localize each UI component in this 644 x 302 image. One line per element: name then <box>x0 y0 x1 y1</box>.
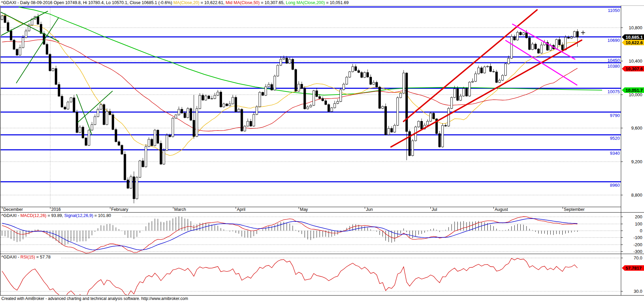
macd-axis-label: 200 <box>635 214 642 219</box>
price-chart-canvas[interactable]: 10,685.110,622.610,307.610,051.757.7817 <box>0 0 644 302</box>
month-label: Jul <box>432 207 437 212</box>
bar-cursor-crosshair <box>581 31 585 35</box>
ma50-legend-value: = 10,307.65, <box>260 0 286 5</box>
ma200-line <box>19 7 602 95</box>
price-axis-label: 10,800 <box>629 25 642 30</box>
price-level-label: 11050 <box>608 8 620 13</box>
amibroker-credit: Created with AmiBroker - advanced charti… <box>1 296 188 301</box>
month-label: September <box>564 207 585 212</box>
month-label: March <box>174 207 186 212</box>
ohlc-summary: ^GDAXI - Daily 08-09-2016 Open 10749.8, … <box>1 0 173 5</box>
price-axis-label: 10,400 <box>629 58 642 64</box>
last-value-tag: 10,307.6 <box>622 66 644 71</box>
price-gridlines <box>1 28 623 195</box>
rsi-line <box>2 258 578 297</box>
candlesticks[interactable] <box>1 13 579 203</box>
trendline-drawings[interactable] <box>1 10 582 147</box>
macd-axis-label: -300 <box>633 249 642 254</box>
rsi-symbol: ^GDAXI - <box>1 255 20 259</box>
ma20-legend-label: MA(Close,20) <box>173 0 199 5</box>
macd-signal-line <box>2 219 578 250</box>
chart-title-bar: ^GDAXI - Daily 08-09-2016 Open 10749.8, … <box>1 0 349 5</box>
rsi-label: RSI(15) <box>20 255 35 259</box>
ma20-legend-value: = 10,622.61, <box>200 0 226 5</box>
price-level-label: 10075 <box>608 89 620 94</box>
svg-text:10,622.6: 10,622.6 <box>626 40 643 45</box>
ma50-line <box>2 40 578 131</box>
red-uptrend-lower <box>391 40 582 147</box>
svg-text:10,685.1: 10,685.1 <box>626 35 643 40</box>
ma50-legend-label: Mid MA(Close,50) <box>225 0 260 5</box>
price-axis-label: 9,200 <box>631 159 642 164</box>
rsi-axis-label: 30.0 <box>634 289 642 294</box>
month-label: December <box>3 207 23 212</box>
price-axis-label: 10,000 <box>629 92 642 97</box>
month-label: August <box>495 207 508 212</box>
amibroker-chart-window: ^GDAXI - Daily 08-09-2016 Open 10749.8, … <box>0 0 644 302</box>
svg-text:57.7817: 57.7817 <box>626 266 642 271</box>
signal-label: Signal(12,26,9) <box>64 213 93 218</box>
macd-value: = 93.89, <box>46 213 64 218</box>
month-label: Jun <box>366 207 373 212</box>
price-level-label: 9520 <box>610 136 620 141</box>
date-axis <box>0 207 644 213</box>
month-label: May <box>300 207 308 212</box>
price-level-label: 10380 <box>608 64 620 69</box>
price-level-label: 9790 <box>610 113 620 118</box>
svg-text:10,307.6: 10,307.6 <box>626 66 643 71</box>
price-level-label: 9340 <box>610 151 620 156</box>
price-level-label: 8960 <box>610 183 620 188</box>
price-level-label: 10690 <box>608 38 620 43</box>
macd-panel[interactable] <box>0 216 644 254</box>
moving-averages <box>2 7 602 156</box>
month-label: 2016 <box>51 207 61 212</box>
ma200-legend-value: = 10,051.69 <box>325 0 349 5</box>
last-value-tag: 10,622.6 <box>622 40 644 45</box>
macd-axis-label: -200 <box>633 242 642 247</box>
signal-value: = 101.80 <box>93 213 111 218</box>
macd-panel-title: ^GDAXI - MACD(12,26) = 93.89, Signal(12,… <box>1 213 111 218</box>
month-label: April <box>237 207 246 212</box>
macd-axis-label: -100 <box>633 235 642 240</box>
last-value-tag: 10,685.1 <box>622 34 644 40</box>
macd-label: MACD(12,26) <box>20 213 46 218</box>
month-label: February <box>111 207 128 212</box>
rsi-panel[interactable] <box>0 258 644 298</box>
price-level-label: 10450 <box>608 58 620 63</box>
rsi-axis-label: 70.0 <box>634 255 642 261</box>
macd-symbol: ^GDAXI - <box>1 213 20 218</box>
rsi-value: = 57.78 <box>35 255 51 259</box>
price-axis-label: 8,800 <box>631 192 642 198</box>
macd-axis-label: 100 <box>635 221 642 227</box>
price-axis-label: 9,600 <box>631 125 642 131</box>
macd-axis-label: 0 <box>640 228 642 233</box>
green-wedge-3 <box>16 18 59 83</box>
rsi-value-tag: 57.7817 <box>622 265 644 271</box>
rsi-panel-title: ^GDAXI - RSI(15) = 57.78 <box>1 255 50 259</box>
ma200-legend-label: Long MA(Close,200) <box>286 0 325 5</box>
